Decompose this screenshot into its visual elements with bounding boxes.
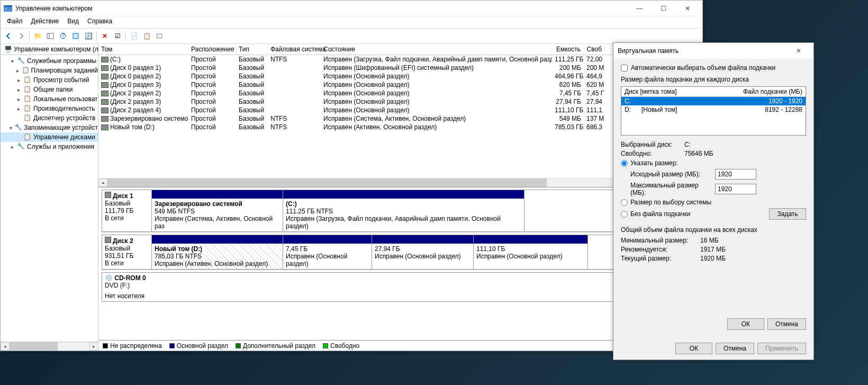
maximize-button[interactable]: ☐: [652, 1, 675, 16]
tree-header[interactable]: 🖥️Управление компьютером (л: [1, 44, 98, 55]
tree-item[interactable]: ▸📋Общие папки: [1, 85, 98, 94]
legend-extended: Дополнительный раздел: [243, 342, 315, 350]
tree-item[interactable]: ▸📋Производительность: [1, 104, 98, 113]
svg-text:?: ?: [61, 32, 65, 39]
show-hide-button[interactable]: [44, 30, 56, 42]
volume-table: Том Расположение Тип Файловая система Со…: [98, 44, 702, 187]
custom-size-radio-row[interactable]: Указать размер:: [621, 159, 806, 167]
dialog-ok-button[interactable]: ОК: [727, 318, 764, 330]
minimize-button[interactable]: —: [628, 1, 652, 16]
volume-row[interactable]: (Диск 0 раздел 2)ПростойБазовыйИсправен …: [98, 72, 702, 80]
partition[interactable]: Зарезервировано системой549 МБ NTFSИспра…: [152, 190, 283, 231]
drive-row[interactable]: D:[Новый том]8192 - 12288: [621, 105, 806, 114]
partition[interactable]: 27,94 ГБИсправен (Основной раздел): [372, 235, 474, 269]
col-free[interactable]: Своб: [584, 44, 605, 55]
tree-item[interactable]: ▾🔧Запоминающие устройст: [1, 123, 98, 132]
col-pagefile[interactable]: Файл подкачки (МБ): [737, 87, 806, 96]
disk-1-info: Диск 1 Базовый 111,79 ГБ В сети: [102, 190, 151, 232]
max-size-label: Максимальный размер (МБ):: [630, 182, 715, 196]
tree-item[interactable]: ▸📋Просмотр событий: [1, 75, 98, 85]
initial-size-input[interactable]: [715, 169, 756, 180]
up-button[interactable]: 📁: [32, 30, 43, 42]
no-pagefile-radio[interactable]: [621, 211, 628, 218]
help-button[interactable]: [70, 30, 82, 42]
system-size-radio[interactable]: [621, 199, 628, 206]
virtual-memory-dialog: Виртуальная память ✕ Автоматически выбир…: [613, 42, 814, 360]
auto-manage-checkbox[interactable]: [621, 65, 628, 71]
parent-apply-button[interactable]: Применить: [757, 343, 806, 354]
volume-row[interactable]: Новый том (D:)ПростойБазовыйNTFSИсправен…: [98, 123, 702, 131]
partition[interactable]: Новый том (D:)785,03 ГБ NTFSИсправен (Ак…: [152, 235, 283, 269]
tree-item[interactable]: ▾🔧Служебные программы: [1, 56, 98, 66]
titlebar[interactable]: Управление компьютером — ☐ ✕: [1, 1, 702, 16]
volume-row[interactable]: (C:)ПростойБазовыйNTFSИсправен (Загрузка…: [98, 55, 702, 64]
disk-row-cdrom[interactable]: 💿 CD-ROM 0 DVD (F:) Нет носителя: [102, 272, 699, 302]
tree-item[interactable]: ▸🔧Службы и приложения: [1, 142, 98, 151]
col-filesystem[interactable]: Файловая система: [268, 44, 321, 55]
extra2-button[interactable]: 📋: [141, 30, 152, 42]
volume-row[interactable]: (Диск 0 раздел 3)ПростойБазовыйИсправен …: [98, 80, 702, 89]
back-button[interactable]: [3, 30, 14, 42]
col-type[interactable]: Тип: [236, 44, 268, 55]
extra1-button[interactable]: 📄: [128, 30, 140, 42]
svg-point-2: [5, 8, 6, 10]
drive-row[interactable]: C:1920 - 1920: [621, 97, 806, 105]
forward-button[interactable]: [15, 30, 27, 42]
col-volume[interactable]: Том: [98, 44, 188, 55]
set-button[interactable]: Задать: [769, 208, 806, 220]
initial-size-label: Исходный размер (МБ):: [630, 171, 715, 178]
tree-item[interactable]: 📋Управление дисками: [1, 132, 98, 142]
partition[interactable]: (C:)111,25 ГБ NTFSИсправен (Загрузка, Фа…: [283, 190, 525, 231]
auto-manage-checkbox-row[interactable]: Автоматически выбирать объем файла подка…: [621, 64, 806, 71]
close-button[interactable]: ✕: [675, 1, 699, 16]
volume-row[interactable]: Зарезервировано системойПростойБазовыйNT…: [98, 114, 702, 123]
volume-row[interactable]: (Диск 0 раздел 1)ПростойБазовыйИсправен …: [98, 64, 702, 72]
max-size-input[interactable]: [715, 184, 756, 194]
legend: Не распределена Основной раздел Дополнит…: [98, 340, 702, 351]
menubar: Файл Действие Вид Справка: [1, 16, 702, 28]
custom-size-radio[interactable]: [621, 160, 628, 167]
tree-item[interactable]: 📋Диспетчер устройств: [1, 113, 98, 123]
menu-action[interactable]: Действие: [27, 16, 64, 28]
menu-view[interactable]: Вид: [63, 16, 83, 28]
props2-button[interactable]: ☑: [112, 30, 123, 42]
partition[interactable]: 111,10 ГБИсправен (Основной раздел): [474, 235, 588, 269]
delete-button[interactable]: ✕: [99, 30, 111, 42]
selected-drive-value: C:: [684, 141, 691, 148]
tree-item[interactable]: ▸📋Локальные пользоват: [1, 94, 98, 104]
drive-list[interactable]: Диск [метка тома] Файл подкачки (МБ) C:1…: [621, 86, 806, 136]
partition[interactable]: 7,45 ГБИсправен (Основной раздел): [283, 235, 372, 269]
volume-row[interactable]: (Диск 2 раздел 4)ПростойБазовыйИсправен …: [98, 106, 702, 114]
parent-cancel-button[interactable]: Отмена: [716, 343, 754, 354]
volume-h-scrollbar[interactable]: ◂▸: [98, 178, 702, 187]
tree-h-scrollbar[interactable]: ◂▸: [1, 342, 98, 351]
col-status[interactable]: Состояние: [321, 44, 552, 55]
disk-row-1[interactable]: Диск 1 Базовый 111,79 ГБ В сети Зарезерв…: [102, 190, 699, 232]
svg-rect-8: [157, 34, 162, 38]
no-pagefile-radio-row[interactable]: Без файла подкачки: [621, 210, 769, 218]
tree-panel: 🖥️Управление компьютером (л ▾🔧Служебные …: [1, 44, 98, 351]
col-capacity[interactable]: Емкость: [552, 44, 584, 55]
volume-row[interactable]: (Диск 2 раздел 3)ПростойБазовыйИсправен …: [98, 97, 702, 106]
volume-table-header[interactable]: Том Расположение Тип Файловая система Со…: [98, 44, 702, 55]
col-drive-label[interactable]: Диск [метка тома]: [621, 87, 737, 96]
recommended-value: 1917 МБ: [700, 246, 726, 253]
col-layout[interactable]: Расположение: [188, 44, 236, 55]
refresh-button[interactable]: 🔄: [83, 30, 94, 42]
svg-rect-7: [73, 33, 78, 39]
properties-button[interactable]: ?: [57, 30, 69, 42]
system-size-radio-row[interactable]: Размер по выбору системы: [621, 199, 806, 206]
volume-row[interactable]: (Диск 2 раздел 2)ПростойБазовыйИсправен …: [98, 89, 702, 97]
per-drive-label: Размер файла подкачки для каждого диска: [621, 76, 806, 83]
dialog-titlebar[interactable]: Виртуальная память ✕: [613, 43, 813, 59]
parent-ok-button[interactable]: ОК: [675, 343, 712, 354]
legend-unallocated: Не распределена: [110, 342, 162, 350]
dialog-close-button[interactable]: ✕: [788, 47, 809, 55]
tree-item[interactable]: ▸📋Планировщик заданий: [1, 66, 98, 75]
menu-help[interactable]: Справка: [83, 16, 116, 28]
disk-row-2[interactable]: Диск 2 Базовый 931,51 ГБ В сети Новый то…: [102, 235, 699, 270]
menu-file[interactable]: Файл: [3, 16, 27, 28]
dialog-cancel-button[interactable]: Отмена: [767, 318, 806, 330]
min-size-label: Минимальный размер:: [621, 237, 700, 244]
extra3-button[interactable]: [153, 30, 165, 42]
